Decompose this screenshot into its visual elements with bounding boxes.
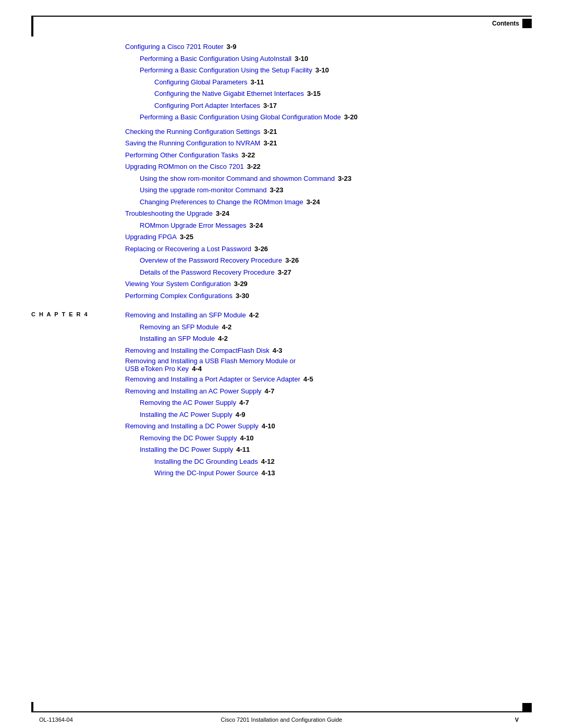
toc-page: 3-25 xyxy=(180,232,193,242)
list-item: Removing the DC Power Supply 4-10 xyxy=(140,433,521,443)
toc-link[interactable]: Performing Complex Configurations xyxy=(125,291,232,301)
toc-page: 4-4 xyxy=(192,365,202,373)
toc-page: 4-3 xyxy=(273,346,283,356)
chapter4-section: C H A P T E R 4 Removing and Installing … xyxy=(125,310,521,478)
toc-link[interactable]: Troubleshooting the Upgrade xyxy=(125,208,213,219)
list-item: Using the show rom-monitor Command and s… xyxy=(140,174,521,184)
toc-link[interactable]: Using the show rom-monitor Command and s… xyxy=(140,174,335,184)
toc-page: 3-11 xyxy=(250,77,264,88)
toc-page: 4-2 xyxy=(249,310,259,320)
list-item: Replacing or Recovering a Lost Password … xyxy=(125,244,521,254)
toc-link[interactable]: Removing and Installing a DC Power Suppl… xyxy=(125,421,259,431)
toc-link[interactable]: Installing the DC Grounding Leads xyxy=(154,456,258,467)
chapter3-entries: Configuring a Cisco 7201 Router 3-9 Perf… xyxy=(125,42,521,301)
toc-page: 4-11 xyxy=(236,445,250,455)
toc-link[interactable]: Removing an SFP Module xyxy=(140,322,219,332)
toc-link[interactable]: Configuring the Native Gigabit Ethernet … xyxy=(154,89,304,99)
list-item: Configuring Port Adapter Interfaces 3-17 xyxy=(154,101,521,111)
list-item: Saving the Running Configuration to NVRA… xyxy=(125,138,521,149)
footer-right: V xyxy=(515,717,519,723)
toc-link[interactable]: ROMmon Upgrade Error Messages xyxy=(140,220,246,231)
toc-page: 3-15 xyxy=(307,89,321,99)
toc-link[interactable]: Removing and Installing an AC Power Supp… xyxy=(125,386,262,397)
list-item: Using the upgrade rom-monitor Command 3-… xyxy=(140,185,521,195)
header-right-bar xyxy=(522,19,532,28)
toc-page: 4-10 xyxy=(262,421,275,431)
toc-link[interactable]: Overview of the Password Recovery Proced… xyxy=(140,255,282,266)
toc-page: 3-10 xyxy=(295,54,308,64)
toc-link[interactable]: Performing a Basic Configuration Using A… xyxy=(140,54,291,64)
toc-link[interactable]: Configuring Global Parameters xyxy=(154,77,247,88)
toc-page: 3-26 xyxy=(254,244,268,254)
toc-link[interactable]: Installing the DC Power Supply xyxy=(140,445,233,455)
toc-link[interactable]: Performing Other Configuration Tasks xyxy=(125,150,238,161)
toc-page: 4-13 xyxy=(261,468,275,478)
list-item: Configuring the Native Gigabit Ethernet … xyxy=(154,89,521,99)
header-contents: Contents xyxy=(492,19,532,28)
toc-page: 3-21 xyxy=(263,127,277,137)
top-border xyxy=(31,16,532,17)
toc-page: 3-10 xyxy=(315,65,329,76)
toc-page: 3-9 xyxy=(227,42,237,52)
list-item: Configuring a Cisco 7201 Router 3-9 xyxy=(125,42,521,52)
toc-page: 3-24 xyxy=(307,197,320,207)
toc-link[interactable]: Configuring Port Adapter Interfaces xyxy=(154,101,260,111)
list-item: Troubleshooting the Upgrade 3-24 xyxy=(125,208,521,219)
chapter4-label: C H A P T E R 4 xyxy=(31,311,89,317)
toc-link[interactable]: Upgrading ROMmon on the Cisco 7201 xyxy=(125,162,244,172)
toc-link[interactable]: Wiring the DC-Input Power Source xyxy=(154,468,258,478)
footer-left: OL-11364-04 xyxy=(39,717,73,723)
left-bar xyxy=(31,16,33,36)
toc-link[interactable]: Changing Preferences to Change the ROMmo… xyxy=(140,197,303,207)
list-item: Installing the DC Power Supply 4-11 xyxy=(140,445,521,455)
toc-page: 4-2 xyxy=(218,334,228,344)
toc-link[interactable]: Removing and Installing an SFP Module xyxy=(125,310,246,320)
list-item: Upgrading ROMmon on the Cisco 7201 3-22 xyxy=(125,162,521,172)
toc-page: 3-23 xyxy=(270,185,284,195)
toc-page: 3-24 xyxy=(249,220,263,231)
toc-link[interactable]: Viewing Your System Configuration xyxy=(125,279,231,289)
list-item: Changing Preferences to Change the ROMmo… xyxy=(140,197,521,207)
toc-link[interactable]: USB eToken Pro Key xyxy=(125,365,189,373)
list-item: Removing an SFP Module 4-2 xyxy=(140,322,521,332)
toc-link[interactable]: Performing a Basic Configuration Using G… xyxy=(140,112,341,122)
list-item: Viewing Your System Configuration 3-29 xyxy=(125,279,521,289)
list-item: Installing an SFP Module 4-2 xyxy=(140,334,521,344)
toc-page: 4-7 xyxy=(265,386,275,397)
list-item: Upgrading FPGA 3-25 xyxy=(125,232,521,242)
toc-link[interactable]: Upgrading FPGA xyxy=(125,232,177,242)
toc-link[interactable]: Replacing or Recovering a Lost Password xyxy=(125,244,251,254)
list-item: Removing the AC Power Supply 4-7 xyxy=(140,398,521,408)
toc-link[interactable]: Configuring a Cisco 7201 Router xyxy=(125,42,224,52)
list-item: Removing and Installing an SFP Module 4-… xyxy=(125,310,521,320)
list-item: Removing and Installing a DC Power Suppl… xyxy=(125,421,521,431)
toc-link[interactable]: Checking the Running Configuration Setti… xyxy=(125,127,260,137)
toc-page: 3-29 xyxy=(234,279,248,289)
list-item: Performing a Basic Configuration Using t… xyxy=(140,65,521,76)
list-item: Performing a Basic Configuration Using G… xyxy=(140,112,521,122)
toc-link[interactable]: Removing and Installing a USB Flash Memo… xyxy=(125,357,296,365)
bottom-border xyxy=(31,711,532,712)
list-item: Installing the DC Grounding Leads 4-12 xyxy=(154,456,521,467)
toc-link[interactable]: Removing and Installing a Port Adapter o… xyxy=(125,374,300,385)
list-item: Removing and Installing a Port Adapter o… xyxy=(125,374,521,385)
toc-page: 3-26 xyxy=(285,255,299,266)
toc-page: 3-22 xyxy=(247,162,261,172)
toc-link[interactable]: Details of the Password Recovery Procedu… xyxy=(140,267,275,278)
list-item: Performing a Basic Configuration Using A… xyxy=(140,54,521,64)
toc-link[interactable]: Removing the DC Power Supply xyxy=(140,433,237,443)
bottom-right-bar xyxy=(522,703,532,712)
toc-link[interactable]: Removing the AC Power Supply xyxy=(140,398,236,408)
list-item: Performing Complex Configurations 3-30 xyxy=(125,291,521,301)
toc-link[interactable]: Removing and Installing the CompactFlash… xyxy=(125,346,270,356)
toc-link[interactable]: Saving the Running Configuration to NVRA… xyxy=(125,138,260,149)
toc-page: 4-7 xyxy=(239,398,249,408)
list-item: Wiring the DC-Input Power Source 4-13 xyxy=(154,468,521,478)
toc-link[interactable]: Performing a Basic Configuration Using t… xyxy=(140,65,312,76)
toc-page: 4-9 xyxy=(236,410,246,420)
toc-page: 3-24 xyxy=(216,208,229,219)
toc-link[interactable]: Using the upgrade rom-monitor Command xyxy=(140,185,267,195)
toc-link[interactable]: Installing the AC Power Supply xyxy=(140,410,232,420)
toc-page: 3-21 xyxy=(263,138,277,149)
toc-link[interactable]: Installing an SFP Module xyxy=(140,334,215,344)
